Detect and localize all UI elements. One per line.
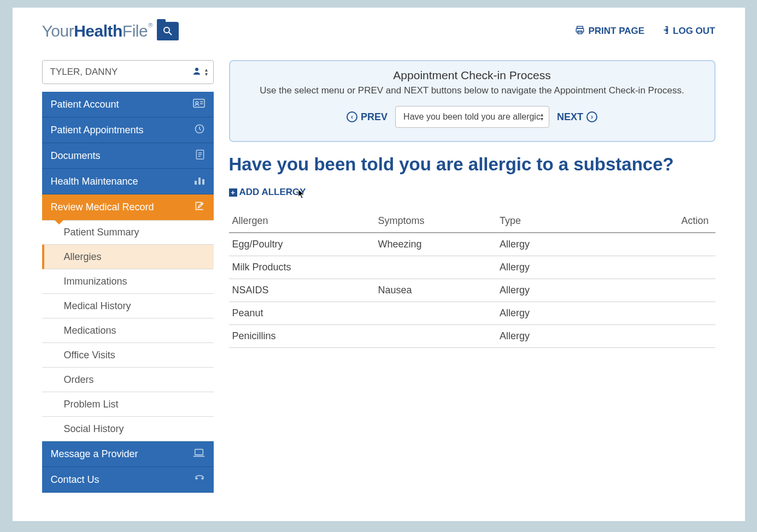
add-allergy-button[interactable]: + ADD ALLERGY (229, 187, 306, 198)
svg-rect-16 (198, 178, 201, 185)
sub-immunizations[interactable]: Immunizations (42, 269, 214, 294)
svg-point-5 (195, 68, 198, 71)
logo-part-your: Your (42, 22, 74, 40)
printer-icon (575, 25, 585, 38)
svg-point-7 (196, 101, 198, 104)
sidebar: TYLER, DANNY ▴▾ Patient Account Patient (42, 60, 214, 493)
phone-icon (194, 474, 205, 486)
col-type: Type (496, 211, 642, 233)
sub-problem-list[interactable]: Problem List (42, 392, 214, 417)
logout-link[interactable]: LOG OUT (660, 25, 715, 38)
logo-trademark: ® (148, 22, 152, 28)
app-logo: YourHealthFile® (42, 22, 179, 40)
folder-search-icon (157, 22, 179, 40)
nav-patient-appointments[interactable]: Patient Appointments (42, 117, 214, 143)
svg-rect-18 (195, 449, 203, 454)
table-row: Peanut Allergy (229, 302, 715, 325)
checkin-description: Use the select menu or PREV and NEXT but… (243, 85, 701, 96)
logo-part-health: Health (74, 22, 122, 40)
sub-allergies[interactable]: Allergies (42, 245, 214, 269)
nav-patient-account[interactable]: Patient Account (42, 92, 214, 117)
table-row: Egg/Poultry Wheezing Allergy (229, 233, 715, 256)
person-icon (192, 66, 202, 79)
table-row: Penicillins Allergy (229, 325, 715, 348)
sub-medications[interactable]: Medications (42, 318, 214, 343)
table-row: NSAIDS Nausea Allergy (229, 279, 715, 302)
app-window: YourHealthFile® PRINT PAGE LOG OUT (13, 8, 745, 521)
patient-selector-value: TYLER, DANNY (50, 67, 118, 78)
table-row: Milk Products Allergy (229, 256, 715, 279)
arrow-left-icon: ‹ (347, 111, 357, 122)
nav-documents[interactable]: Documents (42, 143, 214, 169)
sub-orders[interactable]: Orders (42, 368, 214, 392)
clock-icon (194, 123, 205, 137)
nav-message-provider[interactable]: Message a Provider (42, 441, 214, 467)
svg-rect-15 (195, 181, 197, 185)
laptop-icon (193, 448, 205, 460)
logo-part-file: File (122, 22, 148, 40)
id-card-icon (193, 98, 205, 111)
review-subnav: Patient Summary Allergies Immunizations … (42, 220, 214, 441)
logout-icon (660, 25, 670, 38)
allergy-table: Allergen Symptoms Type Action Egg/Poultr… (229, 211, 715, 348)
nav-contact-us[interactable]: Contact Us (42, 467, 214, 493)
next-button[interactable]: NEXT › (557, 111, 597, 123)
body: TYLER, DANNY ▴▾ Patient Account Patient (13, 46, 745, 515)
col-allergen: Allergen (229, 211, 375, 233)
arrow-right-icon: › (586, 111, 597, 122)
page-title: Have you been told you are allergic to a… (229, 154, 715, 175)
svg-line-1 (169, 32, 172, 35)
bar-chart-icon (194, 175, 205, 188)
svg-rect-3 (577, 28, 584, 32)
document-icon (195, 149, 205, 163)
sub-medical-history[interactable]: Medical History (42, 294, 214, 318)
checkin-step-value: Have you been told you are allergic (403, 112, 541, 122)
caret-up-down-icon: ▴▾ (205, 68, 208, 76)
edit-note-icon (194, 200, 205, 214)
svg-point-0 (164, 27, 169, 33)
sub-social-history[interactable]: Social History (42, 417, 214, 441)
patient-selector[interactable]: TYLER, DANNY ▴▾ (42, 60, 214, 84)
main-content: Appointment Check-in Process Use the sel… (229, 60, 715, 493)
table-header-row: Allergen Symptoms Type Action (229, 211, 715, 233)
col-symptoms: Symptoms (375, 211, 497, 233)
nav-review-medical-record[interactable]: Review Medical Record (42, 194, 214, 220)
mouse-cursor-icon (298, 189, 306, 200)
svg-rect-20 (201, 477, 203, 479)
prev-button[interactable]: ‹ PREV (347, 111, 388, 123)
col-action: Action (642, 211, 715, 233)
svg-rect-17 (202, 179, 204, 185)
print-page-link[interactable]: PRINT PAGE (575, 25, 644, 38)
checkin-step-select[interactable]: Have you been told you are allergic ▴▾ (395, 106, 549, 128)
checkin-title: Appointment Check-in Process (243, 69, 701, 82)
main-nav: Patient Account Patient Appointments Doc… (42, 92, 214, 220)
plus-icon: + (229, 188, 237, 197)
svg-rect-19 (195, 477, 197, 479)
nav-health-maintenance[interactable]: Health Maintenance (42, 169, 214, 194)
sub-office-visits[interactable]: Office Visits (42, 343, 214, 368)
svg-rect-6 (193, 99, 204, 107)
header-actions: PRINT PAGE LOG OUT (575, 25, 715, 38)
checkin-controls: ‹ PREV Have you been told you are allerg… (243, 106, 701, 128)
bottom-nav: Message a Provider Contact Us (42, 441, 214, 493)
header: YourHealthFile® PRINT PAGE LOG OUT (13, 8, 745, 46)
caret-up-down-icon: ▴▾ (541, 113, 543, 121)
sub-patient-summary[interactable]: Patient Summary (42, 220, 214, 245)
checkin-process-panel: Appointment Check-in Process Use the sel… (229, 60, 715, 142)
